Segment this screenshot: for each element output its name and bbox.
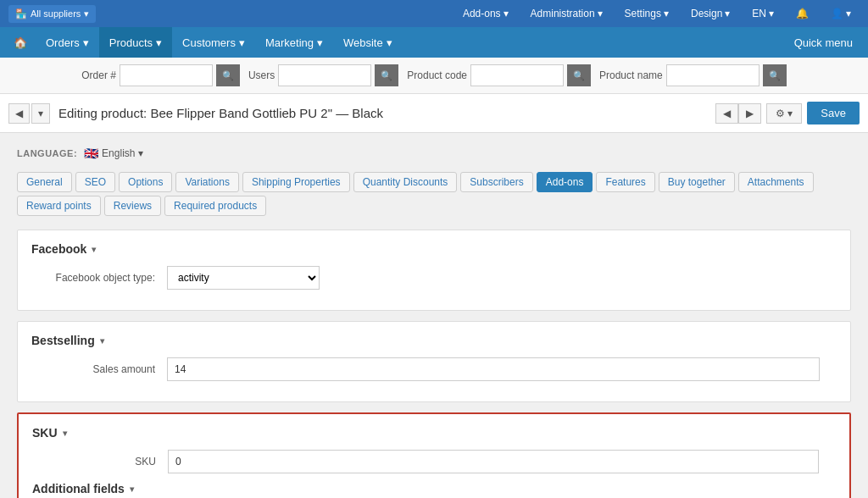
next-page-button[interactable]: ▶: [738, 103, 761, 124]
bestselling-section-header[interactable]: Bestselling ▾: [31, 334, 837, 347]
language-selector[interactable]: 🇬🇧 English ▾: [84, 147, 143, 160]
bestselling-section: Bestselling ▾ Sales amount: [17, 321, 851, 402]
product-name-search-button[interactable]: 🔍: [763, 64, 787, 86]
tab-quantity-discounts[interactable]: Quantity Discounts: [353, 172, 458, 192]
facebook-object-type-select[interactable]: activity article book drink food game mo…: [167, 266, 320, 290]
facebook-object-type-row: Facebook object type: activity article b…: [31, 266, 837, 290]
language-name: English: [102, 147, 135, 159]
tab-required-products[interactable]: Required products: [164, 196, 266, 216]
customers-caret: ▾: [239, 36, 245, 49]
tab-buy-together[interactable]: Buy together: [659, 172, 735, 192]
lang-dropdown-caret: ▾: [138, 147, 143, 159]
home-button[interactable]: 🏠: [5, 27, 36, 58]
supplier-caret: ▾: [84, 8, 89, 19]
users-search-input[interactable]: [278, 64, 371, 86]
search-bar: Order # 🔍 Users 🔍 Product code 🔍 Product…: [0, 58, 868, 94]
tab-shipping-properties[interactable]: Shipping Properties: [242, 172, 350, 192]
page-title: Editing product: Bee Flipper Band Gottli…: [58, 106, 715, 120]
language-menu[interactable]: EN ▾: [743, 4, 782, 23]
notifications-bell[interactable]: 🔔: [787, 4, 817, 23]
sku-title: SKU: [32, 426, 58, 440]
settings-menu[interactable]: Settings ▾: [616, 4, 677, 23]
tab-variations[interactable]: Variations: [175, 172, 238, 192]
user-menu[interactable]: 👤 ▾: [822, 4, 860, 23]
orders-menu[interactable]: Orders ▾: [36, 27, 99, 58]
quick-menu-link[interactable]: Quick menu: [784, 36, 863, 49]
addons-menu[interactable]: Add-ons ▾: [454, 4, 517, 23]
sku-row: SKU: [32, 450, 836, 473]
tab-seo[interactable]: SEO: [75, 172, 115, 192]
tab-subscribers[interactable]: Subscribers: [460, 172, 532, 192]
second-navigation: 🏠 Orders ▾ Products ▾ Customers ▾ Market…: [0, 27, 868, 58]
order-search-group: Order # 🔍: [81, 64, 240, 86]
additional-fields-title: Additional fields: [32, 482, 125, 495]
users-search-group: Users 🔍: [248, 64, 398, 86]
administration-menu[interactable]: Administration ▾: [522, 4, 611, 23]
facebook-object-type-label: Facebook object type:: [31, 272, 167, 284]
product-code-search-group: Product code 🔍: [407, 64, 591, 86]
addons-caret: ▾: [504, 8, 509, 19]
supplier-dropdown[interactable]: 🏪 All suppliers ▾: [8, 5, 96, 23]
sku-label: SKU: [32, 456, 168, 468]
tab-options[interactable]: Options: [119, 172, 172, 192]
page-header: ◀ ▾ Editing product: Bee Flipper Band Go…: [0, 94, 868, 133]
products-caret: ▾: [156, 36, 162, 49]
sales-amount-label: Sales amount: [31, 363, 167, 375]
product-name-search-input[interactable]: [666, 64, 760, 86]
pagination-arrows: ◀ ▶: [715, 103, 761, 124]
order-search-input[interactable]: [120, 64, 213, 86]
main-content: LANGUAGE: 🇬🇧 English ▾ General SEO Optio…: [0, 133, 868, 498]
sales-amount-input[interactable]: [167, 357, 820, 381]
dropdown-nav-button[interactable]: ▾: [31, 103, 50, 124]
facebook-section-header[interactable]: Facebook ▾: [31, 242, 837, 256]
sku-section-header[interactable]: SKU ▾: [32, 426, 836, 440]
product-code-search-button[interactable]: 🔍: [567, 64, 591, 86]
settings-caret: ▾: [664, 8, 669, 19]
users-label: Users: [248, 69, 275, 81]
page-settings-button[interactable]: ⚙ ▾: [766, 103, 802, 124]
tab-features[interactable]: Features: [596, 172, 654, 192]
top-nav-right: Add-ons ▾ Administration ▾ Settings ▾ De…: [454, 4, 860, 23]
additional-fields-header[interactable]: Additional fields ▾: [32, 482, 836, 495]
store-icon: 🏪: [15, 8, 27, 19]
language-label: LANGUAGE:: [17, 148, 77, 158]
bestselling-title: Bestselling: [31, 334, 95, 347]
tab-addons[interactable]: Add-ons: [537, 172, 593, 192]
product-name-label: Product name: [599, 69, 663, 81]
product-code-search-input[interactable]: [470, 64, 564, 86]
tab-general[interactable]: General: [17, 172, 72, 192]
back-button[interactable]: ◀: [8, 103, 30, 124]
products-menu[interactable]: Products ▾: [99, 27, 172, 58]
tab-reviews[interactable]: Reviews: [104, 196, 161, 216]
marketing-caret: ▾: [317, 36, 323, 49]
tab-attachments[interactable]: Attachments: [738, 172, 814, 192]
website-caret: ▾: [387, 36, 392, 49]
additional-fields-section: Additional fields ▾ EAN:: [32, 482, 836, 498]
tab-reward-points[interactable]: Reward points: [17, 196, 101, 216]
gear-icon: ⚙: [776, 108, 785, 119]
settings-caret-icon: ▾: [787, 108, 793, 119]
prev-page-button[interactable]: ◀: [715, 103, 738, 124]
nav-arrows: ◀ ▾: [8, 103, 50, 124]
design-menu[interactable]: Design ▾: [682, 4, 738, 23]
sales-amount-row: Sales amount: [31, 357, 837, 381]
marketing-menu[interactable]: Marketing ▾: [255, 27, 333, 58]
product-tabs: General SEO Options Variations Shipping …: [17, 172, 851, 216]
sku-input[interactable]: [168, 450, 819, 473]
save-button[interactable]: Save: [807, 102, 860, 125]
customers-menu[interactable]: Customers ▾: [172, 27, 255, 58]
supplier-label: All suppliers: [31, 8, 81, 19]
top-navigation: 🏪 All suppliers ▾ Add-ons ▾ Administrati…: [0, 0, 868, 27]
users-search-button[interactable]: 🔍: [375, 64, 398, 86]
bestselling-caret-icon: ▾: [100, 336, 104, 346]
second-nav-right: Quick menu: [784, 36, 863, 49]
order-search-button[interactable]: 🔍: [216, 64, 240, 86]
sku-section: SKU ▾ SKU Additional fields ▾ EAN:: [17, 412, 851, 498]
design-caret: ▾: [725, 8, 730, 19]
website-menu[interactable]: Website ▾: [333, 27, 403, 58]
page-header-right: ◀ ▶ ⚙ ▾ Save: [715, 102, 860, 125]
user-caret: ▾: [846, 8, 851, 19]
product-code-label: Product code: [407, 69, 467, 81]
lang-caret: ▾: [769, 8, 774, 19]
language-row: LANGUAGE: 🇬🇧 English ▾: [17, 147, 851, 160]
